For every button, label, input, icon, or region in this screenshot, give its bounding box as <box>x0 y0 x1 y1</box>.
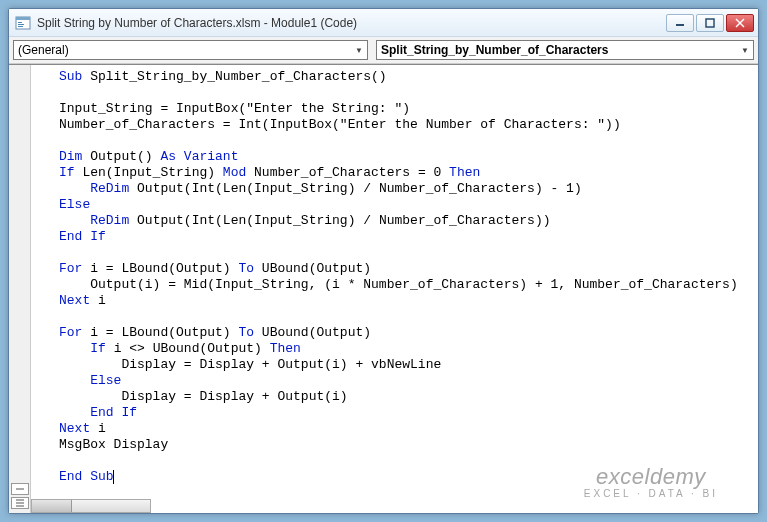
app-icon <box>15 15 31 31</box>
code-text: Sub Split_String_by_Number_of_Characters… <box>31 65 758 489</box>
titlebar: Split String by Number of Characters.xls… <box>9 9 758 37</box>
scrollbar-thumb[interactable] <box>32 500 72 512</box>
vba-editor-window: Split String by Number of Characters.xls… <box>8 8 759 514</box>
chevron-down-icon: ▼ <box>355 46 363 55</box>
procedure-dropdown[interactable]: Split_String_by_Number_of_Characters ▼ <box>376 40 754 60</box>
object-dropdown-value: (General) <box>18 43 69 57</box>
window-title: Split String by Number of Characters.xls… <box>37 16 666 30</box>
object-proc-bar: (General) ▼ Split_String_by_Number_of_Ch… <box>9 37 758 64</box>
maximize-button[interactable] <box>696 14 724 32</box>
watermark-tagline: EXCEL · DATA · BI <box>584 488 718 499</box>
svg-rect-1 <box>16 17 30 20</box>
full-module-view-button[interactable] <box>11 497 29 509</box>
close-button[interactable] <box>726 14 754 32</box>
procedure-dropdown-value: Split_String_by_Number_of_Characters <box>381 43 608 57</box>
svg-rect-2 <box>18 22 22 23</box>
view-switch-gutter <box>9 65 31 513</box>
svg-rect-6 <box>706 19 714 27</box>
code-editor[interactable]: Sub Split_String_by_Number_of_Characters… <box>31 65 758 513</box>
minimize-button[interactable] <box>666 14 694 32</box>
code-pane: Sub Split_String_by_Number_of_Characters… <box>9 64 758 513</box>
window-controls <box>666 14 754 32</box>
svg-rect-4 <box>18 26 23 27</box>
svg-rect-3 <box>18 24 24 25</box>
chevron-down-icon: ▼ <box>741 46 749 55</box>
object-dropdown[interactable]: (General) ▼ <box>13 40 368 60</box>
procedure-view-button[interactable] <box>11 483 29 495</box>
text-caret <box>113 470 114 484</box>
horizontal-scrollbar[interactable] <box>31 499 151 513</box>
